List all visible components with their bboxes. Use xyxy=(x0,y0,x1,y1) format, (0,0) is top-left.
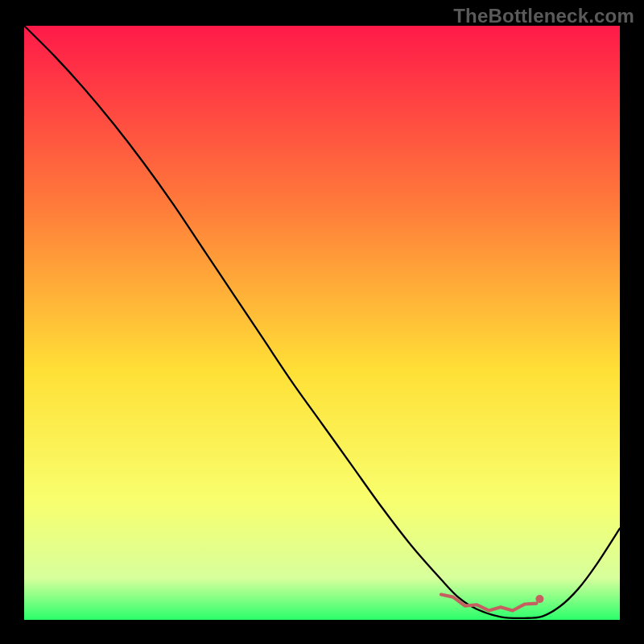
bottleneck-chart xyxy=(0,0,644,644)
chart-stage: TheBottleneck.com xyxy=(0,0,644,644)
plot-gradient-background xyxy=(24,26,620,620)
highlight-end-dot xyxy=(535,595,543,603)
watermark-text: TheBottleneck.com xyxy=(453,5,634,27)
